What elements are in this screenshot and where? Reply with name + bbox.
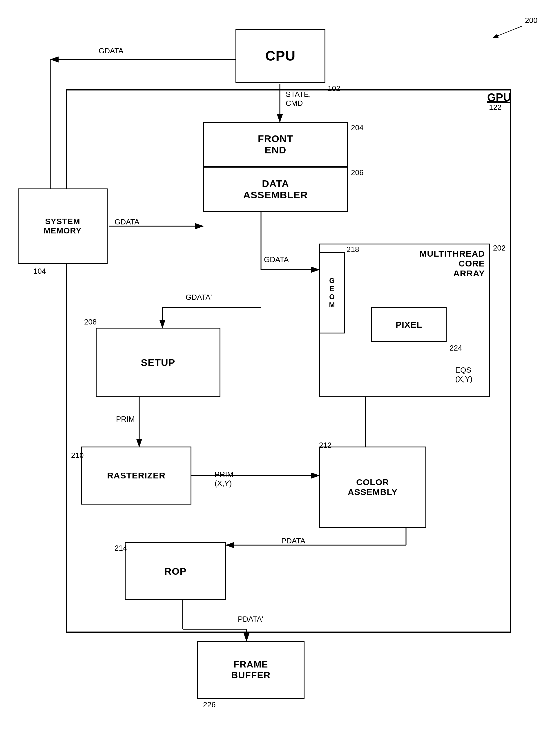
ref-212: 212 (319, 441, 331, 450)
gpu-label: GPU (487, 91, 511, 104)
cpu-box: CPU (235, 29, 325, 83)
ref-122: 122 (489, 103, 501, 112)
ref-210: 210 (71, 451, 84, 460)
gdata-label-geom: GDATA (264, 255, 289, 264)
ref-224: 224 (450, 344, 462, 353)
rop-box: ROP (125, 542, 226, 600)
system-memory-box: SYSTEM MEMORY (18, 188, 108, 264)
front-end-box: FRONT END (203, 122, 348, 167)
pdata-label: PDATA (281, 536, 305, 545)
pdata-prime-label: PDATA' (238, 615, 263, 624)
gdata-label-mid: GDATA (115, 217, 139, 226)
prim-xy-label: PRIM (X,Y) (215, 461, 233, 488)
pixel-box: PIXEL (371, 307, 447, 342)
eqs-xy-label: EQS (X,Y) (455, 357, 472, 384)
ref-200: 200 (525, 16, 537, 25)
ref-226: 226 (203, 700, 215, 709)
gdata-prime-label: GDATA' (186, 293, 212, 302)
data-assembler-box: DATA ASSEMBLER (203, 167, 348, 212)
ref-214: 214 (115, 544, 127, 553)
ref-208: 208 (84, 318, 97, 326)
ref-202: 202 (493, 244, 505, 253)
svg-line-20 (493, 26, 522, 38)
prim-label: PRIM (116, 415, 135, 424)
ref-218: 218 (347, 245, 359, 254)
geom-box: G E O M (319, 252, 345, 333)
rasterizer-box: RASTERIZER (81, 447, 191, 505)
ref-102: 102 (328, 84, 340, 93)
state-cmd-label: STATE, CMD (286, 90, 311, 108)
frame-buffer-box: FRAME BUFFER (197, 641, 305, 699)
ref-204: 204 (351, 123, 363, 132)
ref-206: 206 (351, 168, 363, 177)
gdata-label-top: GDATA (99, 46, 124, 55)
setup-box: SETUP (96, 328, 220, 397)
color-assembly-box: COLOR ASSEMBLY (319, 447, 426, 528)
ref-104: 104 (33, 267, 46, 276)
diagram: 200 CPU 102 GDATA STATE, CMD GPU 122 SYS… (0, 0, 560, 731)
